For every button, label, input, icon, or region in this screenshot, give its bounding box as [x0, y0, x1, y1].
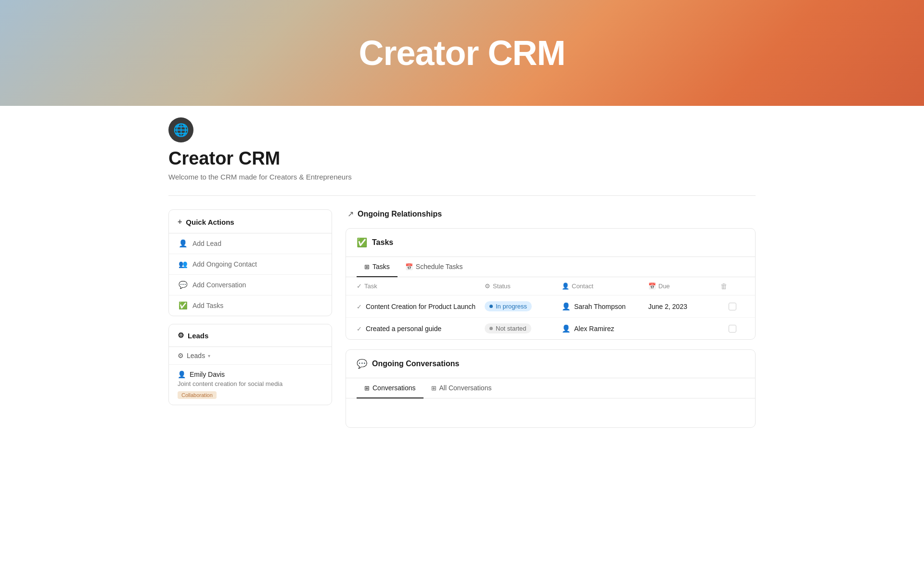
status-badge-2: Not started	[485, 323, 531, 333]
task-col-icon: ✓	[357, 282, 362, 290]
tab-all-label: All Conversations	[439, 384, 492, 392]
lead-item[interactable]: 👤 Emily Davis Joint content creation for…	[169, 365, 332, 405]
contact-icon-1: 👤	[562, 302, 571, 311]
tab-conversations[interactable]: ⊞ Conversations	[357, 378, 424, 398]
conversations-card: 💬 Ongoing Conversations ⊞ Conversations …	[346, 349, 756, 428]
globe-icon: 🌐	[173, 123, 189, 138]
leads-header: ⚙ Leads	[169, 324, 332, 347]
contact-col-icon: 👤	[562, 282, 569, 290]
contact-cell-2: 👤 Alex Ramirez	[562, 324, 648, 333]
leads-card: ⚙ Leads ⚙ Leads ▾ 👤 Emily Davis Joint co…	[168, 324, 332, 405]
col-contact-header: 👤 Contact	[562, 282, 648, 290]
tab-tasks-label: Tasks	[372, 263, 390, 270]
task-cell-2: ✓ Created a personal guide	[357, 325, 485, 333]
main-grid: + Quick Actions 👤 Add Lead 👥 Add Ongoing…	[168, 209, 756, 428]
conversations-label: Ongoing Conversations	[372, 359, 459, 368]
lead-badge: Collaboration	[178, 391, 217, 399]
page-subtitle: Welcome to the CRM made for Creators & E…	[168, 173, 756, 181]
conversations-empty-area	[346, 398, 755, 427]
add-ongoing-contact-action[interactable]: 👥 Add Ongoing Contact	[169, 254, 332, 275]
col-action-header: 🗑	[720, 282, 744, 290]
add-ongoing-contact-label: Add Ongoing Contact	[192, 260, 257, 268]
add-conversation-action[interactable]: 💬 Add Conversation	[169, 275, 332, 295]
add-lead-action[interactable]: 👤 Add Lead	[169, 233, 332, 254]
col-due-header: 📅 Due	[648, 282, 720, 290]
tasks-card-header: ✅ Tasks	[346, 229, 755, 257]
page-icon: 🌐	[168, 117, 193, 142]
status-col-icon: ⚙	[485, 282, 490, 290]
add-conversation-label: Add Conversation	[192, 281, 246, 289]
add-conversation-icon: 💬	[179, 281, 188, 289]
tab-schedule-tasks[interactable]: 📅 Schedule Tasks	[398, 257, 471, 277]
contact-name-2: Alex Ramirez	[574, 325, 614, 333]
add-lead-label: Add Lead	[192, 240, 221, 247]
quick-actions-label: Quick Actions	[186, 218, 234, 226]
tab-schedule-icon: 📅	[405, 263, 413, 270]
tab-conversations-label: Conversations	[372, 384, 416, 392]
due-cell-1: June 2, 2023	[648, 303, 720, 310]
checkbox-cell-1[interactable]	[720, 303, 744, 310]
col-task-header: ✓ Task	[357, 282, 485, 290]
leads-section-label: Leads	[188, 332, 208, 340]
leads-sub-icon: ⚙	[178, 352, 184, 359]
conversations-tabs-row: ⊞ Conversations ⊞ All Conversations	[346, 378, 755, 398]
ongoing-relationships-header: ↗ Ongoing Relationships	[346, 209, 756, 218]
task-text-2: Created a personal guide	[366, 325, 441, 333]
lead-description: Joint content creation for social media	[178, 380, 323, 387]
col-status-header: ⚙ Status	[485, 282, 562, 290]
contact-icon-2: 👤	[562, 324, 571, 333]
leads-section-icon: ⚙	[178, 331, 184, 340]
hero-title: Creator CRM	[359, 33, 565, 73]
table-header: ✓ Task ⚙ Status 👤 Contact 📅 Due	[346, 277, 755, 295]
tab-conversations-icon: ⊞	[364, 385, 370, 392]
status-badge-1: In progress	[485, 301, 532, 311]
tab-tasks[interactable]: ⊞ Tasks	[357, 257, 398, 277]
left-panel: + Quick Actions 👤 Add Lead 👥 Add Ongoing…	[168, 209, 332, 413]
tab-all-icon: ⊞	[431, 385, 436, 392]
leads-sub-header[interactable]: ⚙ Leads ▾	[169, 347, 332, 365]
section-divider	[168, 195, 756, 196]
tasks-label: Tasks	[372, 238, 393, 247]
add-contact-icon: 👥	[179, 260, 188, 269]
lead-person-icon: 👤	[178, 371, 186, 378]
right-panel: ↗ Ongoing Relationships ✅ Tasks ⊞ Tasks …	[346, 209, 756, 428]
arrow-icon: ↗	[347, 209, 354, 218]
task-checkbox-1[interactable]	[729, 303, 736, 310]
task-check-icon-2: ✓	[357, 325, 362, 333]
task-text-1: Content Creation for Product Launch	[366, 303, 475, 310]
trash-col-icon: 🗑	[720, 282, 728, 290]
table-row: ✓ Content Creation for Product Launch In…	[346, 295, 755, 318]
leads-chevron-icon: ▾	[208, 353, 210, 359]
add-tasks-action[interactable]: ✅ Add Tasks	[169, 295, 332, 316]
quick-actions-header: + Quick Actions	[169, 210, 332, 233]
lead-name: 👤 Emily Davis	[178, 371, 323, 378]
task-check-icon-1: ✓	[357, 303, 362, 310]
add-tasks-label: Add Tasks	[192, 302, 223, 309]
page-icon-row: 🌐	[168, 106, 756, 148]
quick-actions-card: + Quick Actions 👤 Add Lead 👥 Add Ongoing…	[168, 209, 332, 316]
status-dot-1	[489, 305, 493, 308]
status-dot-2	[489, 327, 493, 330]
ongoing-relationships-label: Ongoing Relationships	[358, 210, 442, 218]
checkbox-cell-2[interactable]	[720, 325, 744, 333]
due-col-icon: 📅	[648, 282, 656, 290]
tab-tasks-icon: ⊞	[364, 263, 370, 270]
leads-sub-label: Leads	[187, 352, 205, 359]
conversations-icon: 💬	[357, 359, 367, 369]
task-cell-1: ✓ Content Creation for Product Launch	[357, 303, 485, 310]
contact-cell-1: 👤 Sarah Thompson	[562, 302, 648, 311]
task-checkbox-2[interactable]	[729, 325, 736, 333]
tasks-tabs-row: ⊞ Tasks 📅 Schedule Tasks	[346, 257, 755, 277]
conversations-card-header: 💬 Ongoing Conversations	[346, 350, 755, 378]
status-cell-1: In progress	[485, 301, 562, 311]
add-lead-icon: 👤	[179, 239, 188, 248]
add-tasks-icon: ✅	[179, 301, 188, 310]
hero-banner: Creator CRM	[0, 0, 924, 106]
status-label-2: Not started	[496, 325, 526, 332]
status-label-1: In progress	[496, 303, 527, 310]
status-cell-2: Not started	[485, 323, 562, 333]
tab-all-conversations[interactable]: ⊞ All Conversations	[424, 378, 500, 398]
tasks-check-icon: ✅	[357, 237, 367, 248]
tab-schedule-label: Schedule Tasks	[416, 263, 463, 270]
contact-name-1: Sarah Thompson	[574, 303, 626, 310]
